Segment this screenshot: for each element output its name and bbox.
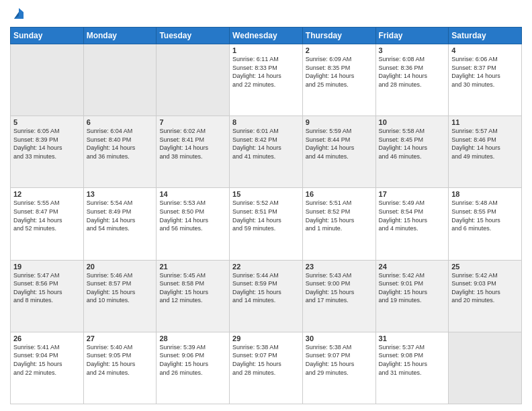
day-number: 27: [87, 334, 154, 342]
week-row-3: 19Sunrise: 5:47 AM Sunset: 8:56 PM Dayli…: [11, 260, 522, 332]
day-number: 9: [306, 118, 373, 126]
day-info: Sunrise: 6:02 AM Sunset: 8:41 PM Dayligh…: [159, 127, 226, 161]
day-number: 6: [87, 118, 154, 126]
day-number: 29: [232, 334, 300, 342]
calendar-cell: 26Sunrise: 5:41 AM Sunset: 9:04 PM Dayli…: [11, 332, 84, 404]
day-info: Sunrise: 6:06 AM Sunset: 8:37 PM Dayligh…: [451, 55, 519, 89]
day-number: 26: [13, 334, 81, 342]
calendar-cell: 30Sunrise: 5:38 AM Sunset: 9:07 PM Dayli…: [302, 332, 375, 404]
day-info: Sunrise: 5:54 AM Sunset: 8:49 PM Dayligh…: [87, 199, 154, 232]
day-info: Sunrise: 5:58 AM Sunset: 8:45 PM Dayligh…: [379, 127, 446, 161]
page: SundayMondayTuesdayWednesdayThursdayFrid…: [0, 0, 532, 411]
day-number: 12: [13, 190, 81, 198]
day-info: Sunrise: 5:55 AM Sunset: 8:47 PM Dayligh…: [13, 199, 81, 232]
day-number: 16: [306, 190, 373, 198]
day-number: 30: [306, 334, 373, 342]
day-info: Sunrise: 5:51 AM Sunset: 8:52 PM Dayligh…: [306, 199, 373, 232]
calendar-cell: 8Sunrise: 6:01 AM Sunset: 8:42 PM Daylig…: [230, 116, 303, 188]
day-info: Sunrise: 5:42 AM Sunset: 9:03 PM Dayligh…: [451, 271, 519, 305]
header-row: SundayMondayTuesdayWednesdayThursdayFrid…: [11, 28, 522, 44]
header-cell-friday: Friday: [375, 28, 449, 44]
calendar-table: SundayMondayTuesdayWednesdayThursdayFrid…: [10, 27, 522, 404]
calendar-cell: 6Sunrise: 6:04 AM Sunset: 8:40 PM Daylig…: [83, 116, 157, 188]
calendar-cell: 9Sunrise: 5:59 AM Sunset: 8:44 PM Daylig…: [302, 116, 375, 188]
day-number: 11: [451, 118, 519, 126]
week-row-1: 5Sunrise: 6:05 AM Sunset: 8:39 PM Daylig…: [11, 116, 522, 188]
day-info: Sunrise: 6:01 AM Sunset: 8:42 PM Dayligh…: [232, 127, 300, 161]
calendar-cell: 14Sunrise: 5:53 AM Sunset: 8:50 PM Dayli…: [157, 188, 230, 260]
day-info: Sunrise: 5:45 AM Sunset: 8:58 PM Dayligh…: [159, 271, 226, 305]
calendar-cell: [449, 332, 522, 404]
day-number: 1: [232, 46, 300, 54]
day-number: 15: [232, 190, 300, 198]
calendar-cell: 18Sunrise: 5:48 AM Sunset: 8:55 PM Dayli…: [449, 188, 522, 260]
day-info: Sunrise: 5:48 AM Sunset: 8:55 PM Dayligh…: [451, 199, 519, 232]
calendar-cell: 7Sunrise: 6:02 AM Sunset: 8:41 PM Daylig…: [157, 116, 230, 188]
day-info: Sunrise: 5:39 AM Sunset: 9:06 PM Dayligh…: [159, 343, 226, 377]
calendar-cell: [157, 44, 230, 116]
calendar-cell: 23Sunrise: 5:43 AM Sunset: 9:00 PM Dayli…: [302, 260, 375, 332]
day-number: 23: [306, 263, 373, 271]
day-info: Sunrise: 5:47 AM Sunset: 8:56 PM Dayligh…: [13, 271, 81, 305]
header-cell-sunday: Sunday: [11, 28, 84, 44]
day-info: Sunrise: 5:57 AM Sunset: 8:46 PM Dayligh…: [451, 127, 519, 161]
week-row-2: 12Sunrise: 5:55 AM Sunset: 8:47 PM Dayli…: [11, 188, 522, 260]
day-number: 19: [13, 263, 81, 271]
day-number: 13: [87, 190, 154, 198]
day-info: Sunrise: 5:38 AM Sunset: 9:07 PM Dayligh…: [306, 343, 373, 377]
calendar-cell: 21Sunrise: 5:45 AM Sunset: 8:58 PM Dayli…: [157, 260, 230, 332]
calendar-cell: 13Sunrise: 5:54 AM Sunset: 8:49 PM Dayli…: [83, 188, 157, 260]
calendar-cell: [11, 44, 84, 116]
calendar-cell: 25Sunrise: 5:42 AM Sunset: 9:03 PM Dayli…: [449, 260, 522, 332]
day-info: Sunrise: 5:37 AM Sunset: 9:08 PM Dayligh…: [379, 343, 446, 377]
calendar-cell: 2Sunrise: 6:09 AM Sunset: 8:35 PM Daylig…: [302, 44, 375, 116]
calendar-cell: 10Sunrise: 5:58 AM Sunset: 8:45 PM Dayli…: [375, 116, 449, 188]
day-info: Sunrise: 5:53 AM Sunset: 8:50 PM Dayligh…: [159, 199, 226, 232]
calendar-cell: 19Sunrise: 5:47 AM Sunset: 8:56 PM Dayli…: [11, 260, 84, 332]
logo-icon: [11, 7, 26, 21]
calendar-cell: 15Sunrise: 5:52 AM Sunset: 8:51 PM Dayli…: [230, 188, 303, 260]
day-info: Sunrise: 6:04 AM Sunset: 8:40 PM Dayligh…: [87, 127, 154, 161]
day-number: 14: [159, 190, 226, 198]
header-cell-wednesday: Wednesday: [230, 28, 303, 44]
week-row-0: 1Sunrise: 6:11 AM Sunset: 8:33 PM Daylig…: [11, 44, 522, 116]
day-info: Sunrise: 5:59 AM Sunset: 8:44 PM Dayligh…: [306, 127, 373, 161]
day-number: 21: [159, 263, 226, 271]
day-info: Sunrise: 5:43 AM Sunset: 9:00 PM Dayligh…: [306, 271, 373, 305]
header-cell-thursday: Thursday: [302, 28, 375, 44]
calendar-cell: [83, 44, 157, 116]
calendar-cell: 5Sunrise: 6:05 AM Sunset: 8:39 PM Daylig…: [11, 116, 84, 188]
calendar-cell: 12Sunrise: 5:55 AM Sunset: 8:47 PM Dayli…: [11, 188, 84, 260]
day-info: Sunrise: 6:05 AM Sunset: 8:39 PM Dayligh…: [13, 127, 81, 161]
day-number: 18: [451, 190, 519, 198]
day-number: 5: [13, 118, 81, 126]
day-number: 4: [451, 46, 519, 54]
day-info: Sunrise: 5:40 AM Sunset: 9:05 PM Dayligh…: [87, 343, 154, 377]
calendar-cell: 24Sunrise: 5:42 AM Sunset: 9:01 PM Dayli…: [375, 260, 449, 332]
week-row-4: 26Sunrise: 5:41 AM Sunset: 9:04 PM Dayli…: [11, 332, 522, 404]
calendar-cell: 11Sunrise: 5:57 AM Sunset: 8:46 PM Dayli…: [449, 116, 522, 188]
calendar-cell: 22Sunrise: 5:44 AM Sunset: 8:59 PM Dayli…: [230, 260, 303, 332]
calendar-cell: 3Sunrise: 6:08 AM Sunset: 8:36 PM Daylig…: [375, 44, 449, 116]
calendar-header: SundayMondayTuesdayWednesdayThursdayFrid…: [11, 28, 522, 44]
calendar-cell: 31Sunrise: 5:37 AM Sunset: 9:08 PM Dayli…: [375, 332, 449, 404]
logo: [10, 7, 26, 21]
day-info: Sunrise: 6:08 AM Sunset: 8:36 PM Dayligh…: [379, 55, 446, 89]
day-number: 28: [159, 334, 226, 342]
day-info: Sunrise: 5:44 AM Sunset: 8:59 PM Dayligh…: [232, 271, 300, 305]
day-info: Sunrise: 5:42 AM Sunset: 9:01 PM Dayligh…: [379, 271, 446, 305]
header-cell-monday: Monday: [83, 28, 157, 44]
day-number: 22: [232, 263, 300, 271]
calendar-body: 1Sunrise: 6:11 AM Sunset: 8:33 PM Daylig…: [11, 44, 522, 404]
day-number: 25: [451, 263, 519, 271]
header-cell-tuesday: Tuesday: [157, 28, 230, 44]
day-info: Sunrise: 5:46 AM Sunset: 8:57 PM Dayligh…: [87, 271, 154, 305]
header: [10, 7, 522, 21]
day-number: 8: [232, 118, 300, 126]
day-number: 24: [379, 263, 446, 271]
day-number: 10: [379, 118, 446, 126]
calendar-cell: 1Sunrise: 6:11 AM Sunset: 8:33 PM Daylig…: [230, 44, 303, 116]
header-cell-saturday: Saturday: [449, 28, 522, 44]
day-number: 2: [306, 46, 373, 54]
day-number: 3: [379, 46, 446, 54]
